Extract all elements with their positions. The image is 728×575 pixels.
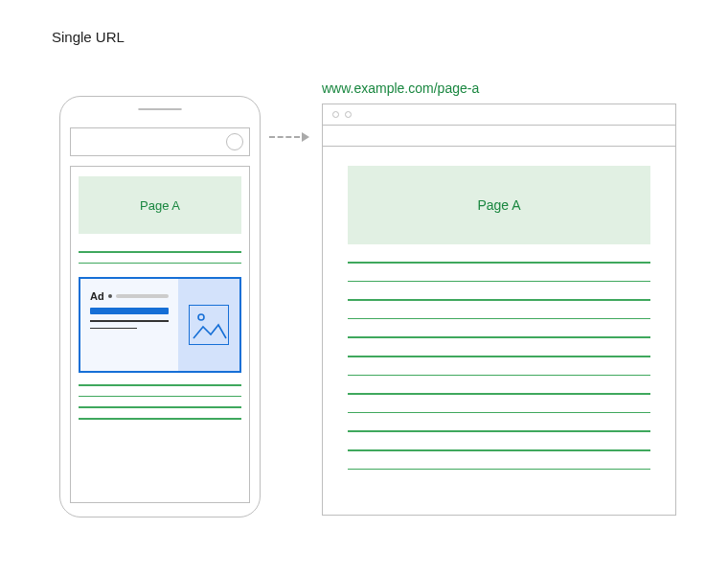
text-line <box>348 318 650 320</box>
arrow-line <box>269 136 300 138</box>
text-line <box>348 336 650 338</box>
text-line <box>348 375 650 377</box>
mobile-viewport: Page A Ad <box>70 166 250 503</box>
text-line <box>348 449 650 451</box>
text-line <box>79 396 241 398</box>
ad-separator-dot <box>108 294 112 298</box>
desktop-url-bar <box>323 126 675 147</box>
text-line <box>348 430 650 432</box>
desktop-browser-frame: Page A <box>322 104 676 516</box>
connector-arrow <box>269 132 309 142</box>
mobile-text-lines <box>79 384 241 419</box>
text-line <box>348 393 650 395</box>
browser-title-bar <box>323 104 675 126</box>
mobile-device-frame: Page A Ad <box>59 96 261 518</box>
shared-url-label: www.example.com/page-a <box>322 80 479 96</box>
ad-image-panel <box>178 279 239 371</box>
window-control-dot <box>345 111 352 118</box>
ad-text-column: Ad <box>80 279 178 371</box>
text-line <box>348 299 650 301</box>
mobile-url-bar <box>70 127 250 156</box>
desktop-text-lines <box>348 262 650 470</box>
text-line <box>348 356 650 357</box>
text-line <box>348 469 650 471</box>
mobile-hero-block: Page A <box>79 176 241 234</box>
mobile-url-circle <box>226 133 243 150</box>
phone-speaker-slot <box>138 108 182 110</box>
ad-headline-placeholder <box>90 308 169 314</box>
image-placeholder-icon <box>189 305 229 345</box>
text-line <box>79 251 241 253</box>
desktop-viewport: Page A <box>323 147 675 470</box>
ad-desc-line <box>90 320 169 322</box>
text-line <box>79 263 241 264</box>
diagram-canvas: Single URL www.example.com/page-a Page A… <box>0 0 728 575</box>
text-line <box>348 262 650 264</box>
ad-desc-line <box>90 328 137 330</box>
desktop-hero-block: Page A <box>348 166 650 244</box>
ad-header-row: Ad <box>90 290 169 302</box>
text-line <box>79 418 241 420</box>
text-line <box>79 384 241 386</box>
ad-url-placeholder <box>116 294 169 298</box>
desktop-hero-label: Page A <box>477 197 520 213</box>
mobile-hero-label: Page A <box>140 198 180 213</box>
arrow-head-icon <box>302 132 309 142</box>
ad-unit: Ad <box>79 277 241 373</box>
text-line <box>79 406 241 408</box>
window-control-dot <box>332 111 339 118</box>
diagram-title: Single URL <box>52 29 125 45</box>
text-line <box>348 412 650 414</box>
text-line <box>348 281 650 283</box>
svg-point-0 <box>198 314 204 320</box>
ad-label: Ad <box>90 290 104 302</box>
